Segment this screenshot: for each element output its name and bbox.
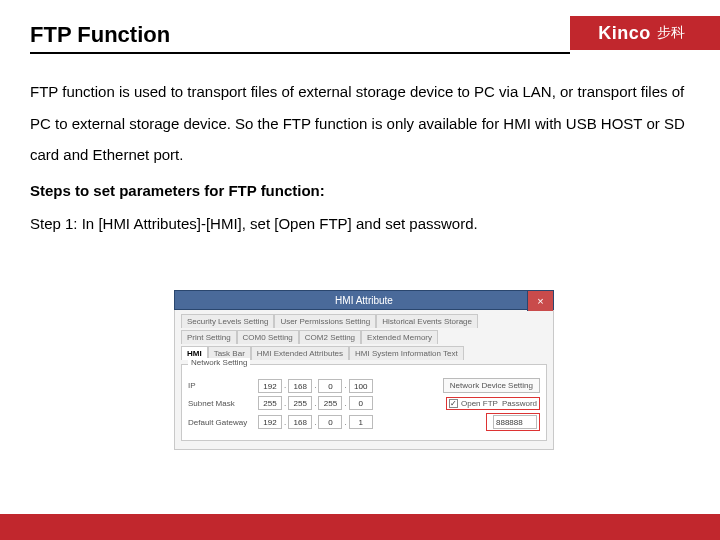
tab-com2-setting[interactable]: COM2 Setting [299, 330, 361, 344]
close-button[interactable]: × [527, 291, 553, 311]
gw-oct-2[interactable]: 168 [288, 415, 312, 429]
step-1: Step 1: In [HMI Attributes]-[HMI], set [… [30, 208, 690, 240]
gateway-label: Default Gateway [188, 418, 258, 427]
tab-row-1: Security Levels Setting User Permissions… [181, 314, 547, 328]
hmi-attribute-dialog: HMI Attribute × Security Levels Setting … [174, 290, 554, 450]
tab-security-levels[interactable]: Security Levels Setting [181, 314, 274, 328]
password-highlight: 888888 [486, 413, 540, 431]
gw-oct-3[interactable]: 0 [318, 415, 342, 429]
brand-banner: Kinco 步科 [570, 16, 720, 50]
gw-oct-1[interactable]: 192 [258, 415, 282, 429]
tab-user-permissions[interactable]: User Permissions Setting [274, 314, 376, 328]
subnet-oct-3[interactable]: 255 [318, 396, 342, 410]
footer-band [0, 514, 720, 540]
network-setting-group: Network Setting IP 192. 168. 0. 100 Netw… [181, 364, 547, 441]
subnet-oct-4[interactable]: 0 [349, 396, 373, 410]
body-content: FTP function is used to transport files … [30, 76, 690, 240]
open-ftp-highlight: ✓ Open FTP Password [446, 397, 540, 410]
subnet-label: Subnet Mask [188, 399, 258, 408]
row-ip: IP 192. 168. 0. 100 Network Device Setti… [188, 378, 540, 393]
ip-oct-4[interactable]: 100 [349, 379, 373, 393]
tab-row-2: Print Setting COM0 Setting COM2 Setting … [181, 330, 547, 344]
dialog-body: Security Levels Setting User Permissions… [174, 310, 554, 450]
tab-print-setting[interactable]: Print Setting [181, 330, 237, 344]
ip-oct-1[interactable]: 192 [258, 379, 282, 393]
tab-hmi-system-info[interactable]: HMI System Information Text [349, 346, 464, 360]
close-icon: × [537, 295, 543, 307]
subnet-oct-1[interactable]: 255 [258, 396, 282, 410]
ip-oct-3[interactable]: 0 [318, 379, 342, 393]
row-subnet: Subnet Mask 255. 255. 255. 0 ✓ Open FTP … [188, 396, 540, 410]
group-label: Network Setting [188, 358, 250, 367]
title-divider [30, 52, 570, 54]
page-title: FTP Function [30, 22, 170, 48]
tab-historical-events[interactable]: Historical Events Storage [376, 314, 478, 328]
tab-hmi-extended-attributes[interactable]: HMI Extended Attributes [251, 346, 349, 360]
password-label: Password [502, 399, 537, 408]
brand-cjk: 步科 [657, 24, 686, 42]
gw-oct-4[interactable]: 1 [349, 415, 373, 429]
open-ftp-label: Open FTP [461, 399, 498, 408]
brand-name: Kinco [598, 23, 651, 44]
ftp-password-field[interactable]: 888888 [493, 415, 537, 429]
intro-paragraph: FTP function is used to transport files … [30, 76, 690, 171]
network-device-setting-button[interactable]: Network Device Setting [443, 378, 540, 393]
open-ftp-checkbox[interactable]: ✓ [449, 399, 458, 408]
tab-com0-setting[interactable]: COM0 Setting [237, 330, 299, 344]
subnet-oct-2[interactable]: 255 [288, 396, 312, 410]
dialog-titlebar: HMI Attribute × [174, 290, 554, 310]
tab-extended-memory[interactable]: Extended Memory [361, 330, 438, 344]
ip-label: IP [188, 381, 258, 390]
row-gateway: Default Gateway 192. 168. 0. 1 888888 [188, 413, 540, 431]
dialog-title: HMI Attribute [335, 295, 393, 306]
steps-heading: Steps to set parameters for FTP function… [30, 175, 690, 207]
ip-oct-2[interactable]: 168 [288, 379, 312, 393]
